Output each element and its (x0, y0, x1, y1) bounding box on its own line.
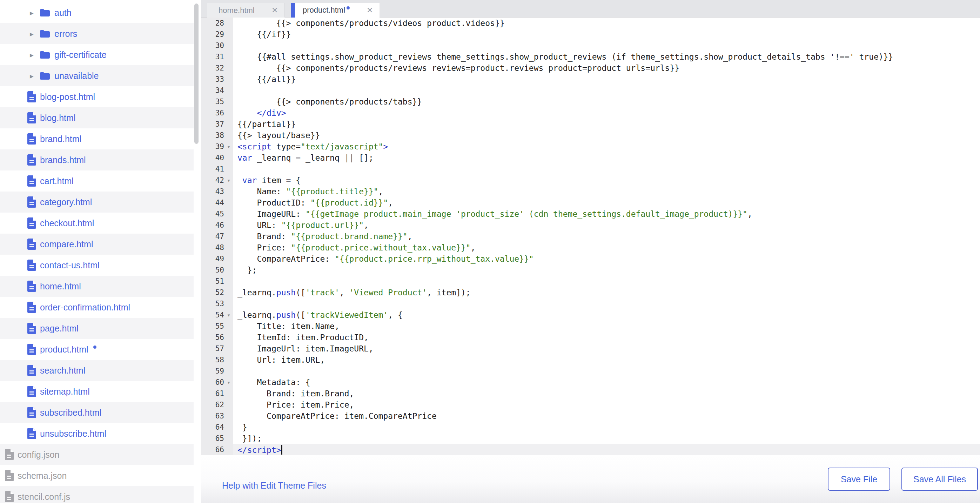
sidebar-item-auth[interactable]: ▸auth (0, 2, 194, 23)
code-line-content[interactable]: Brand: "{{product.brand.name}}", (233, 232, 412, 241)
code-line-55[interactable]: 55 Title: item.Name, (201, 321, 980, 332)
code-line-50[interactable]: 50 }; (201, 264, 980, 276)
code-line-content[interactable]: var item = { (233, 176, 301, 185)
sidebar-item-category-html[interactable]: category.html (0, 191, 194, 213)
code-line-content[interactable]: Price: item.Price, (233, 400, 354, 409)
code-line-42[interactable]: 42▾ var item = { (201, 175, 980, 186)
code-line-content[interactable]: {{/all}} (233, 75, 296, 84)
code-line-35[interactable]: 35 {{> components/products/tabs}} (201, 96, 980, 107)
code-line-34[interactable]: 34 (201, 85, 980, 96)
code-line-49[interactable]: 49 CompareAtPrice: "{{product.price.rrp_… (201, 253, 980, 264)
code-line-57[interactable]: 57 ImageUrl: item.ImageURL, (201, 343, 980, 354)
sidebar-item-brands-html[interactable]: brands.html (0, 150, 194, 170)
code-line-content[interactable]: _learnq.push(['trackViewedItem', { (233, 310, 402, 320)
close-icon[interactable]: ✕ (272, 6, 278, 15)
sidebar-item-home-html[interactable]: home.html (0, 276, 194, 297)
code-line-content[interactable]: {{/partial}} (233, 119, 296, 129)
close-icon[interactable]: ✕ (366, 6, 373, 15)
sidebar-item-checkout-html[interactable]: checkout.html (0, 213, 194, 234)
code-line-36[interactable]: 36 </div> (201, 107, 980, 119)
code-line-41[interactable]: 41 (201, 164, 980, 175)
code-line-66[interactable]: 66</script> (201, 444, 980, 455)
sidebar-item-blog-post-html[interactable]: blog-post.html (0, 86, 194, 107)
code-line-content[interactable]: Name: "{{product.title}}", (233, 187, 383, 196)
code-line-53[interactable]: 53 (201, 298, 980, 309)
code-line-content[interactable]: <script type="text/javascript"> (233, 142, 388, 151)
code-line-content[interactable]: CompareAtPrice: item.CompareAtPrice (233, 411, 437, 420)
sidebar-item-order-confirmation-html[interactable]: order-confirmation.html (0, 297, 194, 318)
code-line-31[interactable]: 31 {{#all settings.show_product_reviews … (201, 51, 980, 62)
sidebar-item-sitemap-html[interactable]: sitemap.html (0, 381, 194, 402)
code-line-56[interactable]: 56 ItemId: item.ProductID, (201, 332, 980, 343)
code-line-content[interactable]: {{#all settings.show_product_reviews the… (233, 52, 893, 61)
code-line-content[interactable]: } (233, 423, 247, 432)
sidebar-item-config-json[interactable]: config.json (0, 444, 194, 465)
sidebar-item-schema-json[interactable]: schema.json (0, 465, 194, 486)
code-line-54[interactable]: 54▾_learnq.push(['trackViewedItem', { (201, 309, 980, 321)
code-editor[interactable]: 28 {{> components/products/videos produc… (201, 18, 980, 455)
code-line-64[interactable]: 64 } (201, 422, 980, 433)
code-line-43[interactable]: 43 Name: "{{product.title}}", (201, 186, 980, 197)
code-line-content[interactable]: {{/if}} (233, 30, 291, 39)
code-line-content[interactable]: }]); (233, 434, 262, 443)
code-line-60[interactable]: 60▾ Metadata: { (201, 377, 980, 388)
sidebar-item-brand-html[interactable]: brand.html (0, 128, 194, 150)
code-line-content[interactable]: </script> (233, 445, 282, 455)
code-line-content[interactable]: _learnq.push(['track', 'Viewed Product',… (233, 288, 471, 297)
help-link[interactable]: Help with Edit Theme Files (222, 481, 326, 491)
code-line-content[interactable]: URL: "{{product.url}}", (233, 221, 369, 230)
code-line-content[interactable]: ImageURL: "{{getImage product.main_image… (233, 209, 752, 218)
code-line-62[interactable]: 62 Price: item.Price, (201, 399, 980, 411)
tab-product-html[interactable]: product.html ✕ (291, 3, 380, 18)
sidebar-item-errors[interactable]: ▸errors (0, 23, 194, 44)
code-line-30[interactable]: 30 (201, 40, 980, 51)
expand-caret-icon[interactable]: ▸ (30, 51, 35, 59)
code-line-content[interactable]: Brand: item.Brand, (233, 389, 354, 398)
sidebar-item-unavailable[interactable]: ▸unavailable (0, 65, 194, 86)
tab-home-html[interactable]: home.html ✕ (207, 3, 285, 18)
code-line-51[interactable]: 51 (201, 276, 980, 287)
code-line-46[interactable]: 46 URL: "{{product.url}}", (201, 220, 980, 231)
sidebar-item-unsubscribe-html[interactable]: unsubscribe.html (0, 423, 194, 444)
expand-caret-icon[interactable]: ▸ (30, 9, 35, 16)
code-line-44[interactable]: 44 ProductID: "{{product.id}}", (201, 197, 980, 209)
code-line-39[interactable]: 39▾<script type="text/javascript"> (201, 141, 980, 152)
sidebar-item-page-html[interactable]: page.html (0, 318, 194, 339)
code-line-61[interactable]: 61 Brand: item.Brand, (201, 388, 980, 399)
code-line-content[interactable]: CompareAtPrice: "{{product.price.rrp_wit… (233, 254, 534, 263)
sidebar-item-search-html[interactable]: search.html (0, 360, 194, 381)
code-line-58[interactable]: 58 Url: item.URL, (201, 354, 980, 366)
code-line-content[interactable]: {{> layout/base}} (233, 131, 320, 140)
expand-caret-icon[interactable]: ▸ (30, 72, 35, 80)
code-line-48[interactable]: 48 Price: "{{product.price.without_tax.v… (201, 242, 980, 253)
save-file-button[interactable]: Save File (828, 468, 890, 491)
fold-arrow-icon[interactable]: ▾ (224, 144, 233, 150)
sidebar-item-gift-certificate[interactable]: ▸gift-certificate (0, 44, 194, 65)
code-line-content[interactable]: var _learnq = _learnq || []; (233, 153, 374, 162)
code-line-content[interactable]: {{> components/products/tabs}} (233, 97, 422, 106)
code-line-content[interactable]: {{> components/products/reviews reviews=… (233, 64, 679, 73)
fold-arrow-icon[interactable]: ▾ (224, 178, 233, 183)
code-line-40[interactable]: 40var _learnq = _learnq || []; (201, 152, 980, 164)
code-line-65[interactable]: 65 }]); (201, 433, 980, 444)
code-line-content[interactable]: {{> components/products/videos product.v… (233, 19, 505, 28)
code-line-47[interactable]: 47 Brand: "{{product.brand.name}}", (201, 231, 980, 242)
code-line-content[interactable]: ProductID: "{{product.id}}", (233, 198, 393, 207)
fold-arrow-icon[interactable]: ▾ (224, 380, 233, 385)
code-line-content[interactable]: Metadata: { (233, 378, 310, 387)
expand-caret-icon[interactable]: ▸ (30, 30, 35, 38)
code-line-52[interactable]: 52_learnq.push(['track', 'Viewed Product… (201, 287, 980, 298)
code-line-28[interactable]: 28 {{> components/products/videos produc… (201, 18, 980, 29)
sidebar-item-blog-html[interactable]: blog.html (0, 107, 194, 128)
sidebar-item-compare-html[interactable]: compare.html (0, 234, 194, 255)
save-all-files-button[interactable]: Save All Files (901, 468, 978, 491)
code-line-63[interactable]: 63 CompareAtPrice: item.CompareAtPrice (201, 411, 980, 422)
code-line-content[interactable]: Title: item.Name, (233, 322, 339, 331)
code-line-content[interactable]: Price: "{{product.price.without_tax.valu… (233, 243, 476, 252)
code-line-content[interactable]: Url: item.URL, (233, 355, 325, 365)
code-line-content[interactable]: ImageUrl: item.ImageURL, (233, 344, 374, 353)
code-line-45[interactable]: 45 ImageURL: "{{getImage product.main_im… (201, 209, 980, 220)
code-line-32[interactable]: 32 {{> components/products/reviews revie… (201, 62, 980, 74)
fold-arrow-icon[interactable]: ▾ (224, 312, 233, 318)
code-line-33[interactable]: 33 {{/all}} (201, 74, 980, 85)
